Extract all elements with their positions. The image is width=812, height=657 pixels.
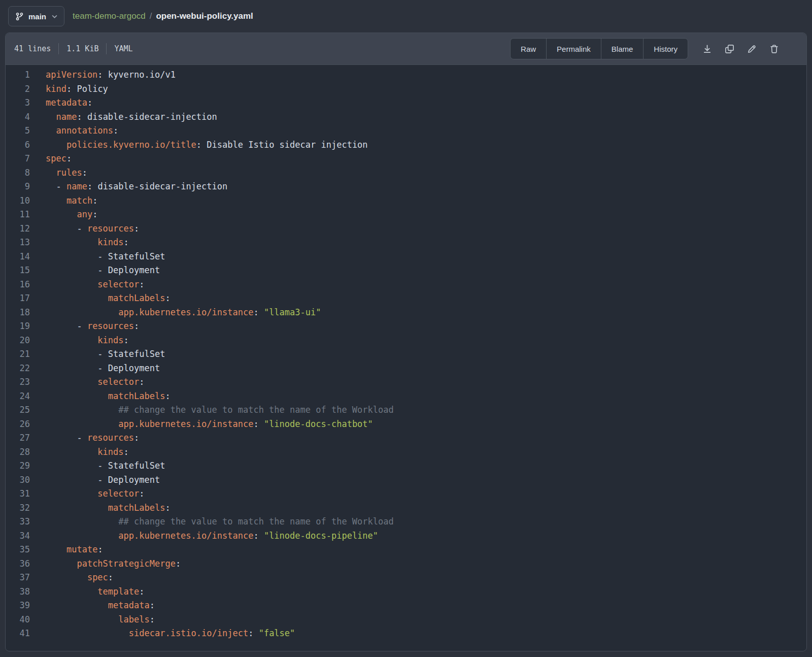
download-icon [702,44,712,54]
history-button[interactable]: History [643,38,688,59]
code-line: 39 metadata: [6,599,806,613]
line-number[interactable]: 9 [6,180,30,194]
file-info-divider [58,43,59,54]
code-line-content: - Deployment [30,264,160,278]
blame-button[interactable]: Blame [601,38,644,59]
raw-button[interactable]: Raw [510,38,547,59]
file-lines-count: 41 lines [14,44,51,53]
branch-name: main [28,12,46,21]
code-line-content: matchLabels: [30,501,171,515]
line-number[interactable]: 41 [6,627,30,641]
code-line-content: policies.kyverno.io/title: Disable Istio… [30,138,368,152]
line-number[interactable]: 33 [6,515,30,529]
permalink-button[interactable]: Permalink [546,38,601,59]
breadcrumb-filename: open-webui-policy.yaml [156,11,253,21]
code-line-content: labels: [30,613,155,627]
code-line: 30 - Deployment [6,473,806,487]
breadcrumb-repo-link[interactable]: team-demo-argocd [73,11,146,21]
line-number[interactable]: 2 [6,82,30,96]
code-line: 20 kinds: [6,334,806,348]
code-line: 21 - StatefulSet [6,347,806,362]
download-button[interactable] [702,44,712,54]
code-line: 36 patchStrategicMerge: [6,557,806,571]
code-line: 38 template: [6,585,806,599]
line-number[interactable]: 28 [6,445,30,459]
line-number[interactable]: 12 [6,222,30,236]
branch-selector[interactable]: main [8,6,64,26]
code-line-content: selector: [30,278,145,292]
line-number[interactable]: 31 [6,487,30,501]
line-number[interactable]: 16 [6,278,30,292]
line-number[interactable]: 27 [6,431,30,445]
code-line-content: sidecar.istio.io/inject: "false" [30,627,295,641]
copy-button[interactable] [725,44,734,54]
code-line-content: - StatefulSet [30,459,165,473]
delete-button[interactable] [769,44,779,54]
edit-button[interactable] [747,44,757,54]
code-line-content: patchStrategicMerge: [30,557,181,571]
line-number[interactable]: 14 [6,250,30,264]
file-header: 41 lines 1.1 KiB YAML Raw Permalink Blam… [6,33,806,65]
line-number[interactable]: 40 [6,613,30,627]
line-number[interactable]: 37 [6,571,30,585]
code-line-content: kinds: [30,445,129,459]
code-line: 27 - resources: [6,431,806,445]
line-number[interactable]: 5 [6,124,30,138]
code-line: 24 matchLabels: [6,389,806,404]
code-line-content: - resources: [30,319,139,334]
line-number[interactable]: 11 [6,208,30,222]
line-number[interactable]: 4 [6,110,30,124]
code-line-content: name: disable-sidecar-injection [30,110,217,124]
code-line: 10 match: [6,194,806,208]
line-number[interactable]: 3 [6,96,30,110]
line-number[interactable]: 21 [6,347,30,362]
code-view: 1apiVersion: kyverno.io/v12kind: Policy3… [6,65,806,651]
code-line-content: kind: Policy [30,82,108,96]
line-number[interactable]: 29 [6,459,30,473]
breadcrumb-separator: / [150,11,152,21]
copy-icon [725,44,734,54]
line-number[interactable]: 8 [6,166,30,180]
line-number[interactable]: 32 [6,501,30,515]
code-line: 41 sidecar.istio.io/inject: "false" [6,627,806,641]
line-number[interactable]: 35 [6,543,30,557]
code-line-content: ## change the value to match the name of… [30,515,394,529]
code-line-content: apiVersion: kyverno.io/v1 [30,68,176,82]
line-number[interactable]: 24 [6,389,30,404]
line-number[interactable]: 10 [6,194,30,208]
file-action-buttons: Raw Permalink Blame History [510,38,688,59]
code-line-content: app.kubernetes.io/instance: "linode-docs… [30,529,378,543]
line-number[interactable]: 36 [6,557,30,571]
line-number[interactable]: 17 [6,291,30,306]
code-line: 11 any: [6,208,806,222]
code-line: 29 - StatefulSet [6,459,806,473]
line-number[interactable]: 22 [6,362,30,376]
line-number[interactable]: 20 [6,334,30,348]
line-number[interactable]: 23 [6,375,30,389]
code-line: 35 mutate: [6,543,806,557]
code-line-content: app.kubernetes.io/instance: "linode-docs… [30,417,373,432]
line-number[interactable]: 1 [6,68,30,82]
line-number[interactable]: 39 [6,599,30,613]
code-line: 40 labels: [6,613,806,627]
code-line-content: match: [30,194,97,208]
line-number[interactable]: 38 [6,585,30,599]
line-number[interactable]: 15 [6,264,30,278]
line-number[interactable]: 30 [6,473,30,487]
breadcrumb: team-demo-argocd / open-webui-policy.yam… [73,11,253,21]
line-number[interactable]: 18 [6,306,30,320]
line-number[interactable]: 26 [6,417,30,432]
chevron-down-icon [52,15,57,18]
file-icon-actions [702,44,779,54]
code-line-content: app.kubernetes.io/instance: "llama3-ui" [30,306,321,320]
code-line: 25 ## change the value to match the name… [6,403,806,417]
line-number[interactable]: 34 [6,529,30,543]
code-line: 37 spec: [6,571,806,585]
line-number[interactable]: 6 [6,138,30,152]
line-number[interactable]: 13 [6,236,30,250]
code-line-content: metadata: [30,96,92,110]
code-line: 3metadata: [6,96,806,110]
line-number[interactable]: 25 [6,403,30,417]
line-number[interactable]: 19 [6,319,30,334]
line-number[interactable]: 7 [6,152,30,166]
